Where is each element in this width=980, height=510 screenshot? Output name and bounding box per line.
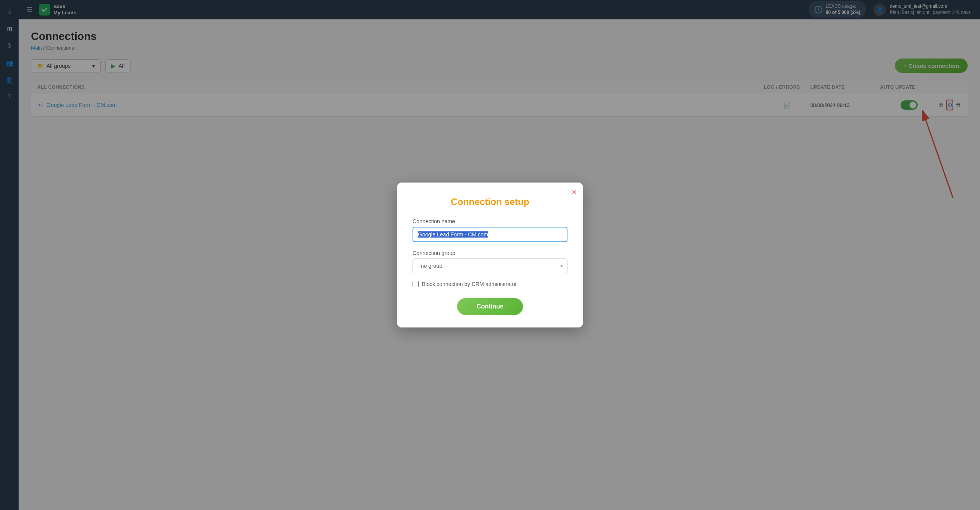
connection-group-group: Connection group - no group - Group 1 Gr… bbox=[413, 250, 567, 273]
connection-setup-modal: × Connection setup Connection name Conne… bbox=[397, 183, 583, 327]
connection-group-label: Connection group bbox=[413, 250, 567, 256]
connection-name-label: Connection name bbox=[413, 218, 567, 224]
modal-overlay[interactable]: × Connection setup Connection name Conne… bbox=[0, 0, 980, 510]
block-connection-checkbox[interactable] bbox=[413, 281, 419, 287]
block-connection-label[interactable]: Block connection by CRM administrator bbox=[422, 281, 517, 287]
connection-name-input[interactable] bbox=[413, 227, 567, 242]
connection-group-select-wrapper: - no group - Group 1 Group 2 ▾ bbox=[413, 258, 567, 273]
modal-footer: Continue bbox=[413, 298, 567, 315]
continue-button[interactable]: Continue bbox=[457, 298, 523, 315]
modal-close-button[interactable]: × bbox=[572, 188, 577, 196]
block-connection-group: Block connection by CRM administrator bbox=[413, 281, 567, 287]
modal-title: Connection setup bbox=[413, 196, 567, 207]
connection-name-group: Connection name bbox=[413, 218, 567, 242]
connection-group-select[interactable]: - no group - Group 1 Group 2 bbox=[413, 258, 567, 273]
